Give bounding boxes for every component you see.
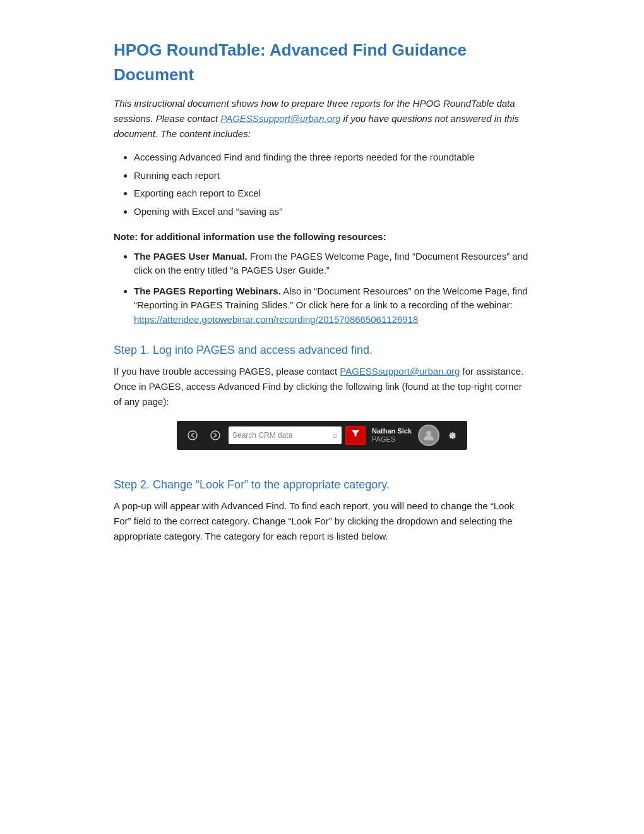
crm-user-info: Nathan Sick PAGES (369, 427, 414, 444)
crm-user-name: Nathan Sick (372, 427, 412, 435)
crm-user-org: PAGES (372, 435, 395, 444)
step1-title: Step 1. Log into PAGES and access advanc… (114, 342, 530, 359)
svg-point-0 (188, 431, 197, 440)
step1-body-text1: If you have trouble accessing PAGES, ple… (114, 366, 340, 377)
step2-title: Step 2. Change “Look For” to the appropr… (114, 476, 530, 493)
document-subtitle: This instructional document shows how to… (114, 96, 530, 142)
crm-back-icon[interactable] (183, 426, 202, 445)
bullet-3: Exporting each report to Excel (134, 186, 530, 201)
note-label: Note: for additional information use the… (114, 230, 530, 245)
resource-user-manual-bold: The PAGES User Manual. (134, 251, 247, 262)
advanced-find-icon (350, 428, 361, 443)
step1-body: If you have trouble accessing PAGES, ple… (114, 364, 530, 409)
pages-support-email-link-intro[interactable]: PAGESSsupport@urban.org (220, 113, 340, 124)
svg-point-2 (426, 431, 431, 436)
advanced-find-button[interactable] (345, 426, 366, 445)
resource-webinars: The PAGES Reporting Webinars. Also in “D… (134, 284, 530, 327)
settings-gear-icon[interactable] (443, 426, 461, 444)
resources-list: The PAGES User Manual. From the PAGES We… (134, 250, 530, 327)
bullet-2: Running each report (134, 169, 530, 183)
search-magnifier-icon: ⌕ (333, 429, 338, 442)
bullet-1: Accessing Advanced Find and finding the … (134, 150, 530, 165)
bullet-4: Opening with Excel and “saving as” (134, 205, 530, 219)
user-avatar[interactable] (418, 425, 439, 446)
crm-toolbar: Search CRM data ⌕ Nathan Sick PAGES (177, 421, 467, 450)
page-container: HPOG RoundTable: Advanced Find Guidance … (63, 0, 581, 589)
crm-forward-icon[interactable] (206, 426, 225, 445)
crm-screenshot-wrapper: Search CRM data ⌕ Nathan Sick PAGES (114, 421, 530, 461)
document-title: HPOG RoundTable: Advanced Find Guidance … (114, 38, 530, 87)
resource-webinars-bold: The PAGES Reporting Webinars. (134, 286, 281, 296)
svg-point-1 (211, 431, 220, 440)
step2-body: A pop-up will appear with Advanced Find.… (114, 499, 530, 544)
crm-search-box[interactable]: Search CRM data ⌕ (229, 426, 342, 444)
webinar-recording-link[interactable]: https://attendee.gotowebinar.com/recordi… (134, 314, 418, 325)
step1-pages-support-link[interactable]: PAGESSsupport@urban.org (340, 366, 460, 377)
content-bullets: Accessing Advanced Find and finding the … (134, 150, 530, 219)
crm-search-placeholder: Search CRM data (232, 430, 330, 441)
resource-user-manual: The PAGES User Manual. From the PAGES We… (134, 250, 530, 278)
